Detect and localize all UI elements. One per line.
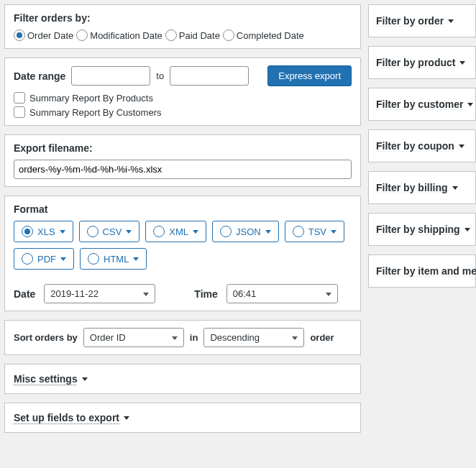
- sort-direction-select[interactable]: Descending: [203, 328, 304, 347]
- chevron-down-icon: [193, 230, 198, 234]
- chevron-down-icon: [265, 230, 271, 234]
- radio-icon: [165, 29, 177, 41]
- chevron-down-icon: [133, 257, 139, 261]
- format-label: HTML: [104, 254, 129, 265]
- sidebar-item-6[interactable]: Filter by item and meta: [368, 254, 476, 288]
- sidebar-item-1[interactable]: Filter by product: [368, 46, 476, 79]
- date-range-label: Date range: [14, 70, 65, 82]
- express-export-button[interactable]: Express export: [267, 65, 352, 86]
- time-select[interactable]: 06:41: [226, 284, 338, 303]
- radio-icon: [22, 226, 33, 237]
- radio-icon: [153, 226, 165, 237]
- filter-radio-paid-date[interactable]: Paid Date: [165, 29, 220, 41]
- sidebar-item-4[interactable]: Filter by billing: [368, 171, 476, 204]
- format-option-html[interactable]: HTML: [80, 248, 147, 270]
- format-label: CSV: [103, 226, 122, 237]
- format-label: XML: [169, 226, 188, 237]
- filter-orders-panel: Filter orders by: Order DateModification…: [4, 4, 361, 49]
- format-label: XLS: [37, 226, 55, 237]
- sidebar-link: Filter by coupon: [376, 140, 464, 152]
- chevron-down-icon: [459, 61, 465, 65]
- sort-prefix: Sort orders by: [14, 332, 78, 343]
- chevron-down-icon: [331, 230, 337, 234]
- format-option-csv[interactable]: CSV: [79, 221, 140, 242]
- chevron-down-icon: [60, 257, 66, 261]
- sidebar-item-2[interactable]: Filter by customer: [368, 88, 476, 121]
- radio-label: Completed Date: [237, 30, 304, 41]
- radio-icon: [87, 226, 99, 237]
- format-label: JSON: [236, 226, 261, 237]
- filename-panel: Export filename:: [4, 134, 361, 187]
- radio-icon: [22, 253, 33, 265]
- misc-settings-title: Misc settings: [14, 373, 88, 385]
- format-option-pdf[interactable]: PDF: [14, 248, 74, 270]
- chevron-down-icon: [126, 230, 132, 234]
- chevron-down-icon: [459, 144, 464, 148]
- format-label: Format: [14, 203, 352, 215]
- summary-customers-label: Summary Report By Customers: [29, 107, 162, 118]
- sidebar-item-5[interactable]: Filter by shipping: [368, 213, 476, 246]
- chevron-down-icon: [124, 416, 129, 420]
- radio-label: Order Date: [27, 30, 73, 41]
- chevron-down-icon: [82, 377, 88, 381]
- sort-in-label: in: [190, 332, 198, 343]
- format-label: TSV: [308, 226, 326, 237]
- format-label: PDF: [37, 254, 56, 265]
- sidebar-link: Filter by item and meta: [376, 265, 476, 277]
- sidebar-link: Filter by customer: [376, 98, 473, 110]
- sort-panel: Sort orders by Order ID in Descending or…: [4, 320, 361, 355]
- chevron-down-icon: [60, 230, 65, 234]
- date-select[interactable]: 2019-11-22: [44, 284, 155, 303]
- filter-radio-completed-date[interactable]: Completed Date: [223, 29, 304, 41]
- filter-radio-modification-date[interactable]: Modification Date: [76, 29, 162, 41]
- format-option-xml[interactable]: XML: [145, 221, 206, 242]
- format-panel: Format XLSCSVXMLJSONTSVPDFHTML Date 2019…: [4, 196, 361, 311]
- sidebar-link: Filter by billing: [376, 182, 458, 193]
- sidebar-link: Filter by order: [376, 15, 454, 27]
- chevron-down-icon: [464, 228, 470, 231]
- sidebar-link: Filter by product: [376, 57, 465, 68]
- chevron-down-icon: [452, 186, 458, 190]
- setup-fields-collapse[interactable]: Set up fields to export: [4, 403, 361, 433]
- sort-suffix: order: [310, 332, 334, 343]
- chevron-down-icon: [448, 19, 454, 23]
- sidebar-link: Filter by shipping: [376, 224, 470, 235]
- misc-settings-collapse[interactable]: Misc settings: [4, 364, 361, 394]
- format-option-tsv[interactable]: TSV: [285, 221, 344, 242]
- filter-orders-title: Filter orders by:: [14, 12, 352, 24]
- setup-fields-title: Set up fields to export: [14, 412, 129, 423]
- filename-input[interactable]: [14, 160, 352, 179]
- filename-label: Export filename:: [14, 142, 352, 154]
- date-range-to-label: to: [156, 70, 164, 81]
- radio-icon: [88, 253, 99, 265]
- format-option-xls[interactable]: XLS: [14, 221, 73, 242]
- date-range-panel: Date range to Express export Summary Rep…: [4, 58, 361, 126]
- radio-icon: [220, 226, 232, 237]
- date-label: Date: [14, 288, 35, 300]
- sidebar-item-0[interactable]: Filter by order: [368, 4, 476, 37]
- summary-products-label: Summary Report By Products: [29, 93, 153, 104]
- sort-field-select[interactable]: Order ID: [83, 328, 184, 347]
- summary-products-checkbox[interactable]: [14, 92, 25, 104]
- format-option-json[interactable]: JSON: [212, 221, 279, 242]
- radio-icon: [14, 29, 25, 41]
- summary-customers-checkbox[interactable]: [14, 106, 25, 118]
- time-label: Time: [194, 288, 217, 300]
- date-range-from-input[interactable]: [71, 66, 150, 86]
- chevron-down-icon: [467, 103, 473, 106]
- date-range-to-input[interactable]: [170, 66, 249, 86]
- radio-label: Modification Date: [90, 30, 162, 41]
- radio-icon: [223, 29, 234, 41]
- sidebar-item-3[interactable]: Filter by coupon: [368, 129, 476, 162]
- radio-icon: [76, 29, 88, 41]
- filter-radio-order-date[interactable]: Order Date: [14, 29, 73, 41]
- radio-icon: [293, 226, 304, 237]
- radio-label: Paid Date: [179, 30, 220, 41]
